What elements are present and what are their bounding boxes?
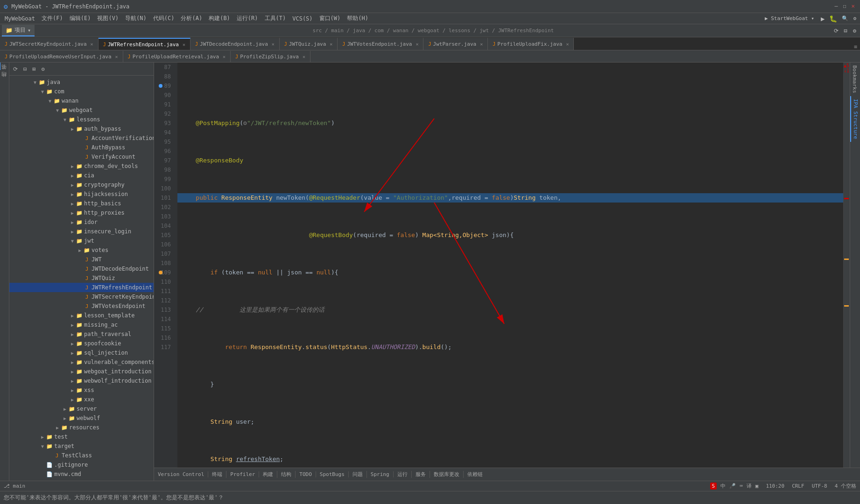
maximize-button[interactable]: □ (841, 3, 848, 10)
tree-item[interactable]: J AccountVerificationHelpe (9, 133, 154, 143)
menu-help[interactable]: 帮助(H) (344, 14, 371, 23)
tree-item[interactable]: ▶ 📁 http_proxies (9, 208, 154, 217)
tree-item[interactable]: 📄 .gitignore (9, 460, 154, 469)
status-linesep[interactable]: CRLF (792, 483, 804, 489)
sidebar-sync-btn[interactable]: ⟳ (11, 65, 20, 73)
bottom-tab-dbchange[interactable]: 数据库更改 (430, 471, 464, 478)
tree-item-jwt[interactable]: ▼ 📁 jwt (9, 236, 154, 245)
tree-item[interactable]: ▶ 📁 missing_ac (9, 320, 154, 329)
menu-app[interactable]: MyWebGoat (2, 14, 38, 23)
code-content[interactable]: @PostMapping(⚙"/JWT/refresh/newToken") @… (177, 63, 843, 468)
tab-profileuploadremove[interactable]: J ProfileUploadRemoveUserInput.java ✕ (0, 51, 123, 62)
settings-button[interactable]: ⚙ (851, 15, 858, 21)
tree-item[interactable]: ▶ 📁 webgoat_introduction (9, 367, 154, 376)
tree-item[interactable]: ▶ 📁 server (9, 404, 154, 413)
bottom-tab-spotbugs[interactable]: SpotBugs (316, 471, 349, 477)
tree-item[interactable]: ▶ 📁 hijacksession (9, 189, 154, 199)
tab-profileuploadretrieval[interactable]: J ProfileUploadRetreieval.java ✕ (123, 51, 231, 62)
tree-item[interactable]: ▶ 📁 xxe (9, 395, 154, 404)
tree-item[interactable]: ▶ 📁 path_traversal (9, 329, 154, 339)
close-icon[interactable]: ✕ (183, 42, 185, 47)
tree-item-selected[interactable]: J JWTRefreshEndpoint (9, 283, 154, 292)
tree-item[interactable]: ▶ 📁 chrome_dev_tools (9, 161, 154, 171)
tree-item[interactable]: J JWTVotesEndpoint (9, 301, 154, 311)
close-icon[interactable]: ✕ (115, 54, 118, 59)
title-bar-controls[interactable]: ─ □ ✕ (833, 3, 856, 10)
menu-edit[interactable]: 编辑(E) (67, 14, 94, 23)
menu-vcs[interactable]: VCS(S) (289, 14, 315, 23)
tree-item-cryptography[interactable]: ▶ 📁 cryptography (9, 180, 154, 189)
tree-item[interactable]: ▶ 📁 webwolf_introduction (9, 376, 154, 385)
tab-jwtquiz[interactable]: J JWTQuiz.java ✕ (280, 38, 338, 50)
run-button[interactable]: ▶ (819, 15, 826, 22)
project-tab[interactable]: 📁 项目 ▾ (2, 25, 35, 36)
settings-icon[interactable]: ⚙ (851, 28, 858, 34)
menu-run[interactable]: 运行(R) (234, 14, 261, 23)
menu-code[interactable]: 代码(C) (150, 14, 177, 23)
tree-item[interactable]: ▼ 📁 webgoat (9, 105, 154, 115)
close-icon[interactable]: ✕ (303, 54, 305, 59)
tab-jwtrefreshendpoint[interactable]: J JWTRefreshEndpoint.java ✕ (99, 38, 190, 50)
menu-tools[interactable]: 工具(T) (262, 14, 289, 23)
bottom-tab-todo[interactable]: TODO (296, 471, 316, 477)
tree-item[interactable]: ▶ 📁 test (9, 432, 154, 441)
tree-item[interactable]: ▶ 📁 lesson_template (9, 311, 154, 320)
left-tab-structure[interactable]: 结构 (0, 77, 9, 85)
tree-item[interactable]: ▶ 📁 auth_bypass (9, 124, 154, 133)
panel-bookmarks[interactable]: Bookmarks (850, 63, 860, 96)
tree-item[interactable]: ▼ 📁 java (9, 77, 154, 87)
tree-item[interactable]: J JWTDecodeEndpoint (9, 264, 154, 273)
code-editor[interactable]: 87 88 89 90 91 92 93 94 95 96 97 98 99 (154, 63, 850, 468)
tree-item[interactable]: J TestClass (9, 451, 154, 460)
status-encoding[interactable]: UTF-8 (812, 483, 827, 489)
menu-build[interactable]: 构建(B) (206, 14, 233, 23)
status-translate[interactable]: 译 (747, 483, 752, 490)
tab-jwtparser[interactable]: J JwtParser.java ✕ (423, 38, 488, 50)
sidebar-settings-btn[interactable]: ⚙ (39, 65, 46, 73)
close-icon[interactable]: ✕ (223, 54, 226, 59)
bottom-tab-versioncontrol[interactable]: Version Control (154, 471, 208, 477)
tree-item[interactable]: ▶ 📁 idor (9, 217, 154, 227)
tree-item[interactable]: 📄 mvnw.cmd (9, 469, 154, 479)
minimize-button[interactable]: ─ (833, 3, 839, 10)
tree-item[interactable]: ▶ 📁 cia (9, 171, 154, 180)
status-vcs[interactable]: ⎇ main (4, 483, 25, 489)
status-mic[interactable]: 🎤 (729, 483, 736, 489)
status-keyboard[interactable]: ⌨ (740, 483, 743, 489)
bottom-tab-structure[interactable]: 结构 (277, 471, 296, 478)
close-icon[interactable]: ✕ (330, 42, 332, 47)
close-icon[interactable]: ✕ (272, 42, 275, 47)
run-config[interactable]: ▶ StartWebGoat ▾ (761, 15, 818, 21)
sidebar-collapse-btn[interactable]: ⊟ (21, 65, 28, 73)
debug-button[interactable]: 🐛 (827, 15, 839, 22)
tab-jwtdecodeendpoint[interactable]: J JWTDecodeEndpoint.java ✕ (190, 38, 280, 50)
tree-item[interactable]: ▶ 📁 http_basics (9, 199, 154, 208)
close-button[interactable]: ✕ (850, 3, 856, 10)
left-tab-project[interactable]: 项目 (0, 63, 9, 70)
tree-item[interactable]: ▶ 📁 insecure_login (9, 227, 154, 236)
tree-item[interactable]: ▼ 📁 com (9, 87, 154, 96)
bottom-tab-terminal[interactable]: 终端 (208, 471, 226, 478)
tree-item[interactable]: ▶ 📁 votes (9, 245, 154, 255)
bottom-tab-profiler[interactable]: Profiler (226, 471, 259, 477)
close-icon[interactable]: ✕ (91, 42, 93, 47)
tree-item[interactable]: ▶ 📁 vulnerable_components (9, 357, 154, 367)
menu-file[interactable]: 文件(F) (39, 14, 66, 23)
tab-jwtsecretkeyendpoint[interactable]: J JWTSecretKeyEndpoint.java ✕ (0, 38, 99, 50)
tree-item[interactable]: ▼ 📁 wanan (9, 96, 154, 105)
more-tabs-icon[interactable]: ≡ (851, 43, 860, 50)
panel-ipa-structure[interactable]: IPA Structure (850, 96, 860, 142)
search-everywhere[interactable]: 🔍 (840, 15, 850, 21)
bottom-tab-run[interactable]: 运行 (394, 471, 412, 478)
tree-item[interactable]: J JWT (9, 255, 154, 264)
collapse-icon[interactable]: ⊟ (842, 28, 849, 34)
sidebar-expand-btn[interactable]: ⊞ (30, 65, 37, 73)
tree-item[interactable]: J VerifyAccount (9, 152, 154, 161)
bottom-tab-service[interactable]: 服务 (412, 471, 430, 478)
bottom-tab-spring[interactable]: Spring (367, 471, 394, 477)
menu-analyze[interactable]: 分析(A) (178, 14, 205, 23)
sync-icon[interactable]: ⟳ (832, 28, 840, 34)
tab-profilezipslip[interactable]: J ProfileZipSlip.java ✕ (231, 51, 310, 62)
tree-item[interactable]: ▶ 📁 webwolf (9, 413, 154, 423)
status-indent[interactable]: 4 个空格 (835, 483, 856, 490)
